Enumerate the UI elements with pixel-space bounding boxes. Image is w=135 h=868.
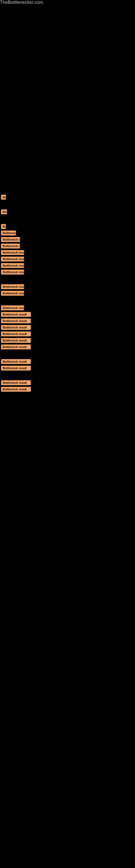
bottleneck-result-badge-20[interactable]: Bottleneck result	[1, 359, 31, 364]
bottleneck-result-badge-10[interactable]: Bottleneck result	[1, 270, 24, 275]
list-item: Bottleneck result	[0, 318, 135, 323]
list-item: Bottleneck result	[0, 305, 135, 310]
list-item: Bottleneck result	[0, 380, 135, 385]
site-title-bar: TheBottlenecker.com	[0, 0, 135, 5]
list-item: Bottleneck result	[0, 270, 135, 275]
bottleneck-result-badge-12[interactable]: Bottleneck result	[1, 291, 24, 296]
list-item: Bottleneck result	[0, 338, 135, 343]
list-item: Bottleneck result	[0, 325, 135, 330]
bottleneck-result-badge-8[interactable]: Bottleneck result	[1, 257, 24, 261]
bottleneck-result-badge-15[interactable]: Bottleneck result	[1, 318, 31, 323]
bottleneck-result-badge-13[interactable]: Bottleneck result	[1, 305, 24, 310]
bottleneck-result-badge-17[interactable]: Bottleneck result	[1, 332, 31, 336]
bottleneck-result-badge-21[interactable]: Bottleneck result	[1, 366, 31, 371]
list-item: Bottleneck result	[0, 250, 135, 255]
bottleneck-result-badge-4[interactable]: Bottleneck result	[1, 230, 16, 236]
list-item: Bottleneck result	[0, 359, 135, 364]
list-item: Bottleneck result	[0, 263, 135, 268]
bottleneck-result-badge-19[interactable]: Bottleneck result	[1, 344, 31, 349]
bottleneck-result-badge-9[interactable]: Bottleneck result	[1, 263, 24, 268]
list-item: Bottleneck result	[0, 344, 135, 349]
results-container: Bottleneck result Bottleneck result Bott…	[0, 195, 135, 392]
bottleneck-result-badge-5[interactable]: Bottleneck result	[1, 237, 20, 242]
list-item: Bottleneck result	[0, 195, 135, 199]
bottleneck-result-badge-16[interactable]: Bottleneck result	[1, 325, 31, 330]
list-item: Bottleneck result	[0, 209, 135, 214]
bottleneck-result-badge-23[interactable]: Bottleneck result	[1, 387, 31, 392]
bottleneck-result-badge-18[interactable]: Bottleneck result	[1, 338, 31, 343]
list-item: Bottleneck result	[0, 332, 135, 336]
chart-area	[0, 5, 135, 167]
bottleneck-result-badge-7[interactable]: Bottleneck result	[1, 250, 24, 255]
list-item: Bottleneck result	[0, 312, 135, 317]
bottleneck-result-badge-3[interactable]: Bottleneck result	[1, 224, 6, 229]
bottleneck-result-badge-1[interactable]: Bottleneck result	[1, 195, 6, 199]
list-item: Bottleneck result	[0, 257, 135, 261]
list-item: Bottleneck result	[0, 387, 135, 392]
list-item: Bottleneck result	[0, 237, 135, 242]
bottleneck-result-badge-11[interactable]: Bottleneck result	[1, 284, 24, 289]
site-title: TheBottlenecker.com	[0, 0, 43, 5]
bottleneck-result-badge-14[interactable]: Bottleneck result	[1, 312, 31, 317]
list-item: Bottleneck result	[0, 230, 135, 236]
list-item: Bottleneck result	[0, 284, 135, 289]
list-item: Bottleneck result	[0, 224, 135, 229]
bottleneck-result-badge-6[interactable]: Bottleneck result	[1, 244, 20, 248]
list-item: Bottleneck result	[0, 366, 135, 371]
list-item: Bottleneck result	[0, 244, 135, 248]
bottleneck-result-badge-22[interactable]: Bottleneck result	[1, 380, 31, 385]
bottleneck-result-badge-2[interactable]: Bottleneck result	[1, 209, 7, 214]
list-item: Bottleneck result	[0, 291, 135, 296]
